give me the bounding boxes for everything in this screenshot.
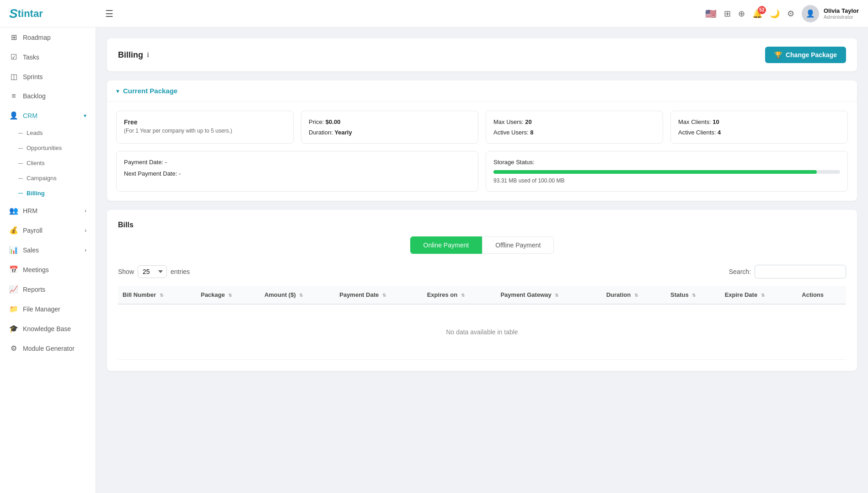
search-box: Search: (729, 265, 846, 279)
user-info[interactable]: 👤 Olivia Taylor Administrator (802, 5, 859, 22)
storage-bar-background (493, 170, 840, 174)
package-second-row: Payment Date: - Next Payment Date: - Sto… (116, 151, 848, 192)
active-users-row: Active Users: 8 (493, 129, 655, 136)
sidebar-item-crm[interactable]: 👤 CRM ▾ (0, 106, 96, 125)
sidebar-item-opportunities[interactable]: — Opportunities (18, 140, 96, 155)
sort-bill-number-icon: ⇅ (160, 293, 163, 298)
sidebar-label-leads: Leads (27, 129, 43, 136)
payment-dates-box: Payment Date: - Next Payment Date: - (116, 151, 478, 192)
hrm-icon: 👥 (9, 206, 18, 215)
language-flag[interactable]: 🇺🇸 (705, 8, 717, 19)
users-box: Max Users: 20 Active Users: 8 (486, 111, 663, 144)
entries-select[interactable]: 10 25 50 100 (138, 265, 167, 278)
active-clients-value: 4 (718, 129, 721, 136)
sidebar-item-billing[interactable]: — Billing (18, 186, 96, 201)
sidebar-label-clients: Clients (27, 160, 45, 166)
settings-icon[interactable]: ⚙ (787, 9, 794, 19)
sidebar-item-campaigns[interactable]: — Campaigns (18, 171, 96, 186)
duration-label: Duration: (309, 129, 333, 136)
logo[interactable]: S tintar (9, 6, 101, 21)
price-label: Price: (309, 118, 324, 125)
user-details: Olivia Taylor Administrator (824, 7, 859, 20)
sidebar-label-hrm: HRM (23, 207, 38, 214)
info-icon[interactable]: ℹ (147, 51, 149, 59)
sidebar: ⊞ Roadmap ☑ Tasks ◫ Sprints ≡ Backlog 👤 … (0, 27, 96, 493)
storage-text: 93.31 MB used of 100.00 MB (493, 177, 840, 184)
active-users-value: 8 (530, 129, 533, 136)
sidebar-item-tasks[interactable]: ☑ Tasks (0, 47, 96, 67)
online-payment-tab[interactable]: Online Payment (410, 236, 482, 254)
sidebar-item-module-generator[interactable]: ⚙ Module Generator (0, 338, 96, 358)
sidebar-item-payroll[interactable]: 💰 Payroll › (0, 220, 96, 240)
user-role: Administrator (824, 14, 859, 20)
sidebar-item-roadmap[interactable]: ⊞ Roadmap (0, 27, 96, 47)
page-title-row: Billing ℹ (118, 50, 149, 60)
sidebar-item-leads[interactable]: — Leads (18, 125, 96, 140)
col-bill-number[interactable]: Bill Number ⇅ (118, 286, 196, 304)
sidebar-item-reports[interactable]: 📈 Reports (0, 279, 96, 299)
offline-payment-tab[interactable]: Offline Payment (482, 236, 554, 254)
col-package[interactable]: Package ⇅ (196, 286, 260, 304)
sidebar-item-sales[interactable]: 📊 Sales › (0, 240, 96, 260)
max-users-label: Max Users: (493, 118, 524, 125)
sidebar-item-hrm[interactable]: 👥 HRM › (0, 201, 96, 220)
reports-icon: 📈 (9, 285, 18, 294)
col-expire-date[interactable]: Expire Date ⇅ (720, 286, 798, 304)
crm-icon: 👤 (9, 111, 18, 120)
sidebar-item-sprints[interactable]: ◫ Sprints (0, 67, 96, 86)
change-package-button[interactable]: 🏆 Change Package (765, 47, 846, 63)
sidebar-label-billing: Billing (27, 190, 45, 197)
col-status-label: Status (670, 291, 689, 298)
sidebar-item-clients[interactable]: — Clients (18, 155, 96, 171)
payment-date-label: Payment Date: (124, 159, 163, 166)
col-amount[interactable]: Amount ($) ⇅ (260, 286, 335, 304)
price-value: $0.00 (326, 118, 341, 125)
col-duration[interactable]: Duration ⇅ (602, 286, 666, 304)
search-label: Search: (729, 268, 751, 275)
sidebar-item-meetings[interactable]: 📅 Meetings (0, 260, 96, 279)
bills-table: Bill Number ⇅ Package ⇅ Amount ($) ⇅ P (118, 286, 846, 360)
sidebar-item-backlog[interactable]: ≡ Backlog (0, 86, 96, 106)
top-navigation: S tintar ☰ 🇺🇸 ⊞ ⊕ 🔔 52 🌙 ⚙ 👤 Olivia Tayl… (0, 0, 868, 27)
table-head: Bill Number ⇅ Package ⇅ Amount ($) ⇅ P (118, 286, 846, 304)
col-payment-gateway-label: Payment Gateway (500, 291, 551, 298)
hrm-arrow-icon: › (85, 208, 86, 214)
avatar-initials: 👤 (806, 9, 815, 18)
col-expires-on[interactable]: Expires on ⇅ (423, 286, 496, 304)
package-name-box: Free (For 1 Year per company with up to … (116, 111, 294, 144)
apps-icon[interactable]: ⊞ (724, 9, 731, 19)
sidebar-label-backlog: Backlog (23, 92, 46, 100)
sales-left: 📊 Sales (9, 246, 39, 254)
sidebar-item-file-manager[interactable]: 📁 File Manager (0, 299, 96, 319)
active-clients-row: Active Clients: 4 (678, 129, 840, 136)
search-input[interactable] (755, 265, 846, 279)
storage-box: Storage Status: 93.31 MB used of 100.00 … (486, 151, 848, 192)
sidebar-label-campaigns: Campaigns (27, 175, 57, 182)
notifications-icon[interactable]: 🔔 52 (752, 9, 762, 19)
col-status[interactable]: Status ⇅ (666, 286, 720, 304)
sidebar-item-knowledge-base[interactable]: 🎓 Knowledge Base (0, 319, 96, 338)
sales-icon: 📊 (9, 246, 18, 254)
col-payment-gateway[interactable]: Payment Gateway ⇅ (496, 286, 601, 304)
max-clients-value: 10 (713, 118, 719, 125)
knowledge-base-icon: 🎓 (9, 324, 18, 333)
table-body: No data available in table (118, 304, 846, 360)
notification-badge: 52 (758, 6, 766, 14)
backlog-icon: ≡ (9, 92, 18, 100)
col-payment-date[interactable]: Payment Date ⇅ (335, 286, 422, 304)
current-package-header[interactable]: ▾ Current Package (107, 80, 857, 102)
table-controls: Show 10 25 50 100 entries Search: (118, 265, 846, 279)
file-manager-icon: 📁 (9, 305, 18, 313)
sidebar-label-opportunities: Opportunities (27, 145, 62, 151)
sidebar-label-roadmap: Roadmap (23, 34, 51, 41)
payment-date-row: Payment Date: - (124, 159, 471, 166)
hamburger-icon[interactable]: ☰ (105, 8, 113, 19)
clients-dot-icon: — (18, 161, 23, 166)
dark-mode-icon[interactable]: 🌙 (770, 9, 780, 19)
sidebar-label-module-generator: Module Generator (23, 345, 75, 352)
logo-text: tintar (18, 8, 43, 20)
next-payment-row: Next Payment Date: - (124, 170, 471, 177)
avatar: 👤 (802, 5, 819, 22)
active-clients-label: Active Clients: (678, 129, 716, 136)
crosshair-icon[interactable]: ⊕ (738, 9, 745, 19)
